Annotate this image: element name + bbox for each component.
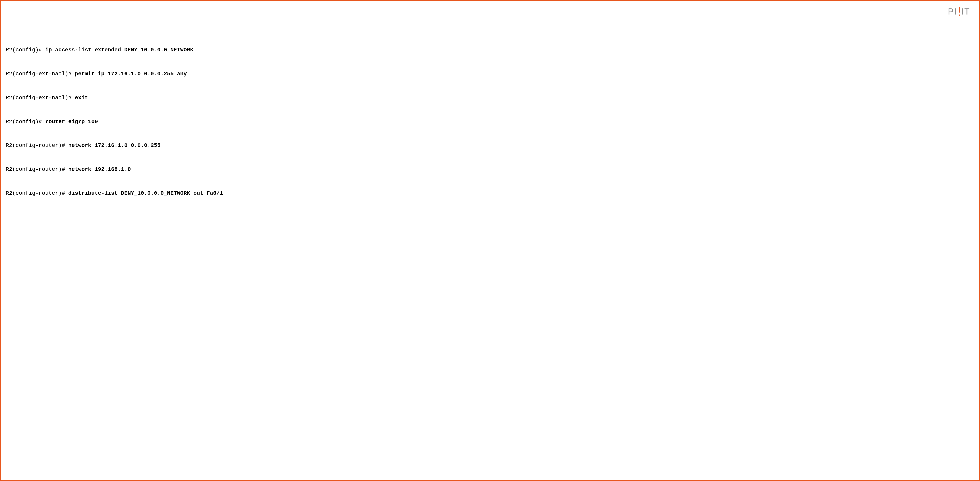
terminal-command: network 192.168.1.0 bbox=[68, 166, 131, 172]
terminal-prompt: R2(config-ext-nacl)# bbox=[6, 71, 75, 77]
terminal-command: network 172.16.1.0 0.0.0.255 bbox=[68, 142, 160, 148]
terminal-command: exit bbox=[75, 95, 88, 101]
terminal-line: R2(config-router)# distribute-list DENY_… bbox=[6, 190, 974, 197]
terminal-line: R2(config-router)# network 192.168.1.0 bbox=[6, 166, 974, 174]
terminal-prompt: R2(config-router)# bbox=[6, 190, 68, 196]
terminal-prompt: R2(config-ext-nacl)# bbox=[6, 95, 75, 101]
terminal-line: R2(config-ext-nacl)# permit ip 172.16.1.… bbox=[6, 70, 974, 78]
logo-letter-i1: I bbox=[955, 7, 958, 16]
terminal-output: R2(config)# ip access-list extended DENY… bbox=[6, 30, 974, 213]
terminal-prompt: R2(config-router)# bbox=[6, 142, 68, 148]
terminal-command: ip access-list extended DENY_10.0.0.0_NE… bbox=[45, 47, 194, 53]
terminal-line: R2(config-ext-nacl)# exit bbox=[6, 94, 974, 102]
terminal-line: R2(config)# ip access-list extended DENY… bbox=[6, 46, 974, 54]
terminal-command: permit ip 172.16.1.0 0.0.0.255 any bbox=[75, 71, 187, 77]
terminal-prompt: R2(config)# bbox=[6, 47, 45, 53]
logo-letter-v-icon bbox=[958, 7, 961, 16]
logo-letter-t: T bbox=[964, 7, 970, 16]
terminal-command: distribute-list DENY_10.0.0.0_NETWORK ou… bbox=[68, 190, 223, 196]
terminal-prompt: R2(config)# bbox=[6, 119, 45, 125]
logo-letter-i2: I bbox=[961, 7, 964, 16]
terminal-container: PIIT R2(config)# ip access-list extended… bbox=[0, 0, 980, 481]
terminal-line: R2(config)# router eigrp 100 bbox=[6, 118, 974, 126]
logo-letter-p: P bbox=[948, 7, 955, 16]
terminal-command: router eigrp 100 bbox=[45, 119, 98, 125]
terminal-prompt: R2(config-router)# bbox=[6, 166, 68, 172]
terminal-line: R2(config-router)# network 172.16.1.0 0.… bbox=[6, 142, 974, 150]
pivit-logo: PIIT bbox=[948, 7, 970, 16]
